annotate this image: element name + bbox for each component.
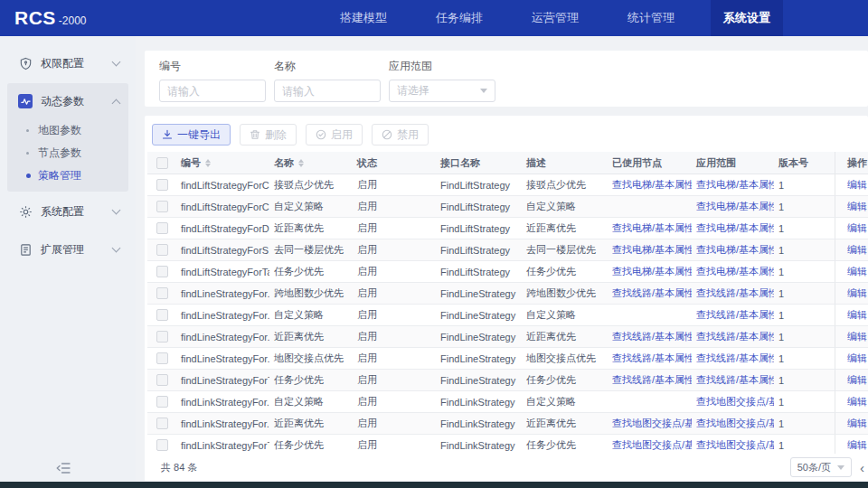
nodes-link[interactable]: 查找电梯/基本属性/查找	[612, 243, 692, 257]
nodes-link[interactable]: 查找线路/基本属性/查找	[612, 330, 692, 343]
row-checkbox[interactable]	[156, 352, 168, 364]
sidebar-item-extension-mgmt[interactable]: 扩展管理	[7, 231, 128, 267]
sidebar-item-strategy-mgmt[interactable]: 策略管理	[7, 164, 128, 187]
cell-code: findLiftStrategyForDi...	[176, 218, 269, 239]
sort-icon[interactable]	[298, 159, 304, 167]
edit-link[interactable]: 编辑	[847, 417, 867, 430]
edit-link[interactable]: 编辑	[847, 243, 867, 257]
cell-action: 编辑	[835, 413, 868, 435]
nodes-link[interactable]: 查找电梯/基本属性/查找	[612, 178, 692, 192]
nodes-link[interactable]: 查找线路/基本属性/查找	[612, 286, 692, 300]
row-checkbox[interactable]	[156, 331, 168, 343]
edit-link[interactable]: 编辑	[847, 395, 867, 408]
cell-interface: FindLineStrategy	[436, 283, 522, 305]
table-toolbar: 一键导出删除启用禁用	[145, 116, 868, 152]
cell-version: 1	[774, 218, 819, 239]
row-checkbox[interactable]	[156, 309, 168, 321]
cell-filler	[819, 370, 835, 391]
edit-link[interactable]: 编辑	[847, 373, 867, 387]
cell-desc: 任务少优先	[522, 370, 608, 391]
row-checkbox[interactable]	[156, 201, 168, 212]
scope-link[interactable]: 查找线路/基本属性/查找	[696, 286, 774, 300]
sidebar-item-system-config[interactable]: 系统配置	[7, 193, 128, 230]
row-checkbox[interactable]	[156, 244, 168, 256]
edit-link[interactable]: 编辑	[847, 286, 867, 300]
edit-link[interactable]: 编辑	[847, 265, 867, 278]
row-checkbox[interactable]	[156, 179, 168, 191]
shield-icon	[17, 55, 33, 71]
select-all-checkbox[interactable]	[156, 157, 168, 169]
row-checkbox[interactable]	[156, 287, 168, 299]
caret-up-icon	[298, 159, 304, 163]
cell-action: 编辑	[835, 261, 868, 283]
trash-icon	[250, 129, 260, 140]
edit-link[interactable]: 编辑	[847, 221, 867, 235]
disable-button[interactable]: 禁用	[372, 124, 429, 145]
edit-link[interactable]: 编辑	[847, 330, 867, 343]
filter-code-input[interactable]	[159, 80, 266, 102]
row-checkbox[interactable]	[156, 222, 168, 234]
scope-link[interactable]: 查找线路/基本属性/查找	[696, 373, 774, 387]
scope-link[interactable]: 查找电梯/基本属性/查找	[696, 243, 774, 257]
cell-filler	[819, 305, 835, 326]
nodes-link[interactable]: 查找线路/基本属性/查找	[612, 373, 692, 387]
col-name[interactable]: 名称	[269, 152, 353, 174]
prev-page-button[interactable]: ‹	[858, 460, 866, 475]
scope-link[interactable]: 查找线路/基本属性/查找	[696, 308, 774, 322]
row-checkbox[interactable]	[156, 266, 168, 277]
pagination: 50条/页 ‹	[790, 457, 868, 477]
sidebar-item-node-params[interactable]: 节点参数	[7, 142, 128, 164]
export-button[interactable]: 一键导出	[152, 124, 231, 145]
cell-scope: 查找地图交接点/基本属性	[692, 391, 774, 413]
nodes-link[interactable]: 查找电梯/基本属性/查找	[612, 265, 692, 278]
nav-item-operation-mgmt[interactable]: 运营管理	[519, 0, 591, 36]
button-label: 禁用	[397, 127, 419, 143]
sidebar-item-dynamic-params[interactable]: 动态参数	[7, 83, 128, 119]
sort-icon[interactable]	[205, 159, 211, 167]
nav-item-system-settings[interactable]: 系统设置	[711, 0, 783, 36]
scope-link[interactable]: 查找电梯/基本属性/查找	[696, 200, 774, 213]
nodes-link[interactable]: 查找地图交接点/基本属性	[612, 438, 692, 452]
nav-item-task-orchestration[interactable]: 任务编排	[423, 0, 495, 36]
nodes-link[interactable]: 查找线路/基本属性/查找	[612, 352, 692, 365]
filter-scope-select[interactable]: 请选择	[389, 80, 495, 102]
collapse-sidebar-icon[interactable]	[56, 462, 74, 476]
nav-item-build-model[interactable]: 搭建模型	[327, 0, 400, 36]
table-row: findLiftStrategyForC...自定义策略启用FindLiftSt…	[147, 196, 868, 218]
page-size-select[interactable]: 50条/页	[790, 457, 852, 477]
cell-filler	[819, 218, 835, 239]
col-code[interactable]: 编号	[176, 152, 269, 174]
cell-action: 编辑	[835, 174, 868, 196]
row-checkbox[interactable]	[156, 374, 168, 386]
nav-item-statistics-mgmt[interactable]: 统计管理	[615, 0, 687, 36]
scope-link[interactable]: 查找线路/基本属性/查找	[696, 352, 774, 365]
scope-link[interactable]: 查找地图交接点/基本属性	[696, 395, 774, 408]
scope-link[interactable]: 查找电梯/基本属性/查找	[696, 265, 774, 278]
edit-link[interactable]: 编辑	[847, 200, 867, 213]
scope-link[interactable]: 查找电梯/基本属性/查找	[696, 178, 774, 192]
filter-name-input[interactable]	[274, 80, 381, 102]
filter-field-code: 编号	[159, 59, 266, 102]
delete-button[interactable]: 删除	[240, 124, 297, 145]
row-checkbox[interactable]	[156, 396, 168, 408]
cell-version: 1	[774, 305, 819, 326]
row-checkbox[interactable]	[156, 418, 168, 429]
scope-link[interactable]: 查找电梯/基本属性/查找	[696, 221, 774, 235]
edit-link[interactable]: 编辑	[847, 178, 867, 192]
edit-link[interactable]: 编辑	[847, 438, 867, 452]
scope-link[interactable]: 查找地图交接点/基本属性	[696, 417, 774, 430]
enable-button[interactable]: 启用	[306, 124, 363, 145]
edit-link[interactable]: 编辑	[847, 308, 867, 322]
nodes-link[interactable]: 查找地图交接点/基本属性	[612, 417, 692, 430]
nodes-link[interactable]: 查找电梯/基本属性/查找	[612, 221, 692, 235]
scope-link[interactable]: 查找地图交接点/基本属性	[696, 438, 774, 452]
row-checkbox[interactable]	[156, 439, 168, 451]
sidebar-item-permission-config[interactable]: 权限配置	[7, 45, 128, 81]
sidebar-item-map-params[interactable]: 地图参数	[7, 119, 128, 142]
edit-link[interactable]: 编辑	[847, 352, 867, 365]
cell-status: 启用	[353, 218, 436, 239]
cell-desc: 去同一楼层优先	[522, 239, 608, 261]
cell-scope: 查找电梯/基本属性/查找	[692, 239, 774, 261]
scope-link[interactable]: 查找线路/基本属性/查找	[696, 330, 774, 343]
button-label: 删除	[265, 127, 287, 143]
